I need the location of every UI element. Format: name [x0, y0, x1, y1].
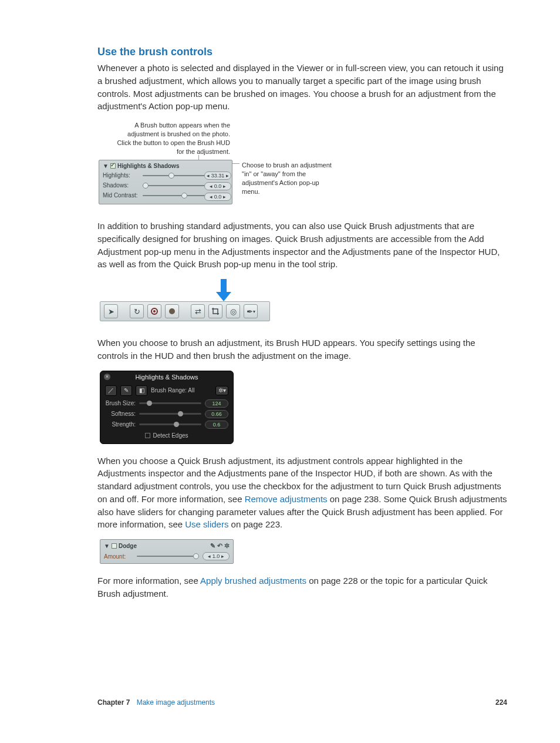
detect-edges-checkbox[interactable] [145, 433, 150, 438]
enable-checkbox[interactable] [110, 163, 116, 169]
crop-tool-button[interactable] [208, 304, 222, 318]
dodge-panel: ▼ Dodge ✎ ↶ ✲ Amount: ◂ 1.0 ▸ [100, 539, 234, 564]
p5-part-a: For more information, see [97, 576, 200, 586]
target-tool-button[interactable]: ◎ [226, 304, 240, 318]
redeye-tool-button[interactable] [147, 304, 161, 318]
hud-title-text: Highlights & Shadows [135, 374, 198, 381]
p4-part-c: on page 223. [228, 519, 282, 529]
detect-edges[interactable]: Detect Edges [100, 430, 233, 443]
strength-row: Strength: 0.6 [100, 419, 233, 430]
brushsize-row: Brush Size: 124 [100, 398, 233, 409]
softness-value[interactable]: 0.66 [205, 410, 228, 418]
midcontrast-label: Mid Contrast: [103, 192, 138, 199]
close-icon[interactable]: × [104, 374, 110, 380]
panel-title-text: Highlights & Shadows [117, 163, 180, 169]
page-footer: Chapter 7 Make image adjustments 224 [97, 698, 507, 707]
annotation-right: Choose to brush an adjustment "in" or "a… [242, 161, 336, 196]
chapter-title: Make image adjustments [137, 698, 215, 707]
strength-value[interactable]: 0.6 [205, 421, 228, 429]
figure-toolstrip: ➤ ↻ ⇄ ◎ ✒▾ [100, 279, 276, 326]
dodge-amount-label: Amount: [104, 553, 133, 560]
gear-icon[interactable]: ✲ [224, 542, 230, 550]
selection-tool-button[interactable]: ➤ [104, 304, 118, 318]
shadows-label: Shadows: [103, 182, 138, 189]
eraser-button[interactable]: ◧ [136, 385, 147, 396]
brush-in-button[interactable]: ／ [105, 385, 117, 396]
brushsize-label: Brush Size: [105, 400, 139, 406]
svg-marker-0 [216, 279, 231, 301]
strength-label: Strength: [105, 421, 139, 428]
figure-adjustment-panel: A Brush button appears when the adjustme… [99, 121, 463, 209]
section-title: Use the brush controls [97, 46, 507, 58]
brushsize-value[interactable]: 124 [205, 399, 228, 408]
link-use-sliders[interactable]: Use sliders [185, 519, 228, 529]
highlights-value[interactable]: ◂ 33.31 ▸ [204, 172, 231, 180]
undo-icon[interactable]: ↶ [217, 542, 222, 550]
brushsize-slider[interactable] [139, 402, 201, 404]
highlights-label: Highlights: [103, 172, 138, 179]
feather-button[interactable]: ✎ [120, 385, 132, 396]
svg-point-3 [169, 308, 175, 314]
straighten-tool-button[interactable]: ⇄ [191, 304, 205, 318]
paragraph-5: For more information, see Apply brushed … [97, 574, 507, 600]
hud-toolbar: ／ ✎ ◧ Brush Range: All ✲▾ [100, 383, 233, 398]
hud-title: × Highlights & Shadows [100, 371, 233, 383]
annotation-left: A Brush button appears when the adjustme… [113, 121, 230, 156]
detect-edges-label: Detect Edges [153, 432, 188, 439]
paragraph-1: Whenever a photo is selected and display… [97, 62, 507, 113]
dodge-enable-checkbox[interactable] [112, 543, 117, 549]
toolstrip: ➤ ↻ ⇄ ◎ ✒▾ [100, 301, 270, 321]
strength-slider[interactable] [139, 423, 201, 425]
midcontrast-value[interactable]: ◂ 0.0 ▸ [204, 193, 231, 201]
softness-label: Softness: [105, 411, 139, 417]
paragraph-2: In addition to brushing standard adjustm… [97, 220, 507, 271]
svg-point-2 [153, 310, 156, 312]
softness-slider[interactable] [139, 413, 201, 415]
brush-icon[interactable]: ✎ [210, 542, 215, 550]
hud-gear-icon[interactable]: ✲▾ [215, 386, 228, 395]
shadows-value[interactable]: ◂ 0.0 ▸ [204, 182, 231, 190]
brush-range-label: Brush Range: All [151, 387, 212, 394]
dodge-title-text: Dodge [119, 543, 137, 549]
dodge-title: ▼ Dodge ✎ ↶ ✲ [104, 542, 230, 550]
brush-hud: × Highlights & Shadows ／ ✎ ◧ Brush Range… [100, 371, 234, 444]
disclosure-icon[interactable]: ▼ [103, 163, 109, 169]
retouch-tool-button[interactable] [165, 304, 179, 318]
link-apply-brushed-adjustments[interactable]: Apply brushed adjustments [200, 576, 306, 586]
paragraph-4: When you choose a Quick Brush adjustment… [97, 455, 507, 532]
page: Use the brush controls Whenever a photo … [0, 0, 560, 743]
link-remove-adjustments[interactable]: Remove adjustments [245, 494, 328, 504]
quick-brush-button[interactable]: ✒▾ [244, 304, 258, 318]
dodge-amount-row: Amount: ◂ 1.0 ▸ [104, 552, 230, 560]
paragraph-3: When you choose to brush an adjustment, … [97, 337, 507, 362]
panel-title: ▼ Highlights & Shadows [103, 163, 228, 169]
rotate-tool-button[interactable]: ↻ [130, 304, 144, 318]
dodge-amount-value[interactable]: ◂ 1.0 ▸ [203, 552, 230, 560]
chapter-label: Chapter 7 [97, 698, 130, 707]
page-number: 224 [495, 698, 507, 707]
dodge-amount-slider[interactable] [137, 556, 199, 557]
disclosure-icon[interactable]: ▼ [104, 543, 110, 549]
softness-row: Softness: 0.66 [100, 409, 233, 419]
